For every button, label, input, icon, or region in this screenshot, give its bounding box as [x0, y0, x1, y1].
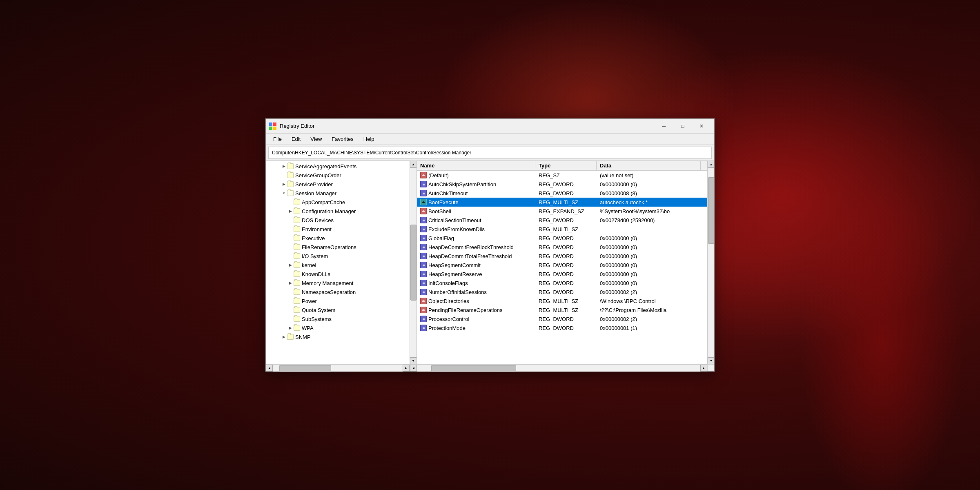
expand-sessionmanager[interactable]: ▾	[281, 190, 287, 196]
folder-icon-servicegrouporder	[287, 172, 294, 178]
tree-item-snmp[interactable]: ▶ SNMP	[266, 332, 416, 341]
data-table: Name Type Data ab (Default) REG_SZ (valu…	[417, 161, 707, 364]
tree-item-subsystems[interactable]: SubSystems	[266, 314, 416, 323]
table-row[interactable]: ⊞ ExcludeFromKnownDlls REG_MULTI_SZ	[417, 225, 707, 234]
tree-item-wpa[interactable]: ▶ WPA	[266, 323, 416, 332]
expand-kernel[interactable]: ▶	[287, 262, 294, 268]
table-row[interactable]: ⊞ GlobalFlag REG_DWORD 0x00000000 (0)	[417, 234, 707, 243]
table-row[interactable]: ab ObjectDirectories REG_MULTI_SZ \Windo…	[417, 296, 707, 305]
table-row[interactable]: ⊞ AutoChkSkipSystemPartition REG_DWORD 0…	[417, 180, 707, 189]
table-row[interactable]: ⊞ InitConsoleFlags REG_DWORD 0x00000000 …	[417, 278, 707, 287]
row-data-label	[597, 228, 707, 230]
expand-serviceaggregatedevents[interactable]: ▶	[281, 163, 287, 169]
expand-subsystems	[287, 316, 294, 322]
data-scroll-track	[708, 168, 714, 357]
tree-item-quotasystem[interactable]: Quota System	[266, 305, 416, 314]
menu-edit[interactable]: Edit	[287, 134, 305, 144]
data-hscroll-thumb[interactable]	[431, 365, 516, 371]
tree-scroll-thumb[interactable]	[410, 225, 416, 301]
row-type-icon: ⊞	[420, 280, 427, 286]
tree-scroll-up-button[interactable]: ▲	[410, 161, 417, 168]
tree-item-filerenameoperations[interactable]: FileRenameOperations	[266, 243, 416, 252]
tree-item-memorymanagement[interactable]: ▶ Memory Management	[266, 278, 416, 287]
row-type-label: REG_DWORD	[535, 189, 597, 197]
data-hscroll-left-button[interactable]: ◄	[410, 365, 417, 372]
address-bar[interactable]: Computer\HKEY_LOCAL_MACHINE\SYSTEM\Curre…	[268, 147, 712, 159]
tree-label-sessionmanager: Session Manager	[295, 190, 336, 196]
row-data-label: 0x00000008 (8)	[597, 189, 707, 197]
expand-memorymanagement[interactable]: ▶	[287, 280, 294, 286]
close-button[interactable]: ✕	[692, 120, 711, 133]
tree-item-knowndlls[interactable]: KnownDLLs	[266, 270, 416, 278]
expand-wpa[interactable]: ▶	[287, 325, 294, 331]
menu-help[interactable]: Help	[359, 134, 379, 144]
folder-icon-dosdevices	[294, 217, 300, 223]
tree-item-configurationmanager[interactable]: ▶ Configuration Manager	[266, 207, 416, 216]
tree-scroll-track	[410, 168, 417, 357]
data-scroll-down-button[interactable]: ▼	[708, 357, 714, 364]
tree-scroll-down-button[interactable]: ▼	[410, 357, 417, 364]
minimize-button[interactable]: ─	[655, 120, 673, 133]
row-name-label: BootExecute	[428, 199, 459, 205]
table-row[interactable]: ⊞ HeapDeCommitTotalFreeThreshold REG_DWO…	[417, 252, 707, 261]
table-row[interactable]: ⊞ ProtectionMode REG_DWORD 0x00000001 (1…	[417, 323, 707, 332]
tree-item-sessionmanager[interactable]: ▾ Session Manager	[266, 189, 416, 198]
table-row[interactable]: ⊞ ProcessorControl REG_DWORD 0x00000002 …	[417, 314, 707, 323]
row-type-label: REG_DWORD	[535, 261, 597, 269]
menu-view[interactable]: View	[306, 134, 326, 144]
table-row[interactable]: ab (Default) REG_SZ (value not set)	[417, 171, 707, 180]
row-type-icon: ⊞	[420, 253, 427, 259]
tree-hscroll-thumb[interactable]	[279, 365, 331, 371]
tree-hscroll-left-button[interactable]: ◄	[266, 365, 273, 372]
tree-item-iosystem[interactable]: I/O System	[266, 252, 416, 261]
data-horizontal-scrollbar[interactable]: ◄ ►	[410, 364, 707, 371]
row-name-label: HeapSegmentCommit	[428, 262, 481, 268]
table-row[interactable]: ab PendingFileRenameOperations REG_MULTI…	[417, 305, 707, 314]
table-row[interactable]: ⊞ NumberOfInitialSessions REG_DWORD 0x00…	[417, 287, 707, 296]
table-row[interactable]: ⊞ AutoChkTimeout REG_DWORD 0x00000008 (8…	[417, 189, 707, 198]
expand-appcompatcache	[287, 199, 294, 205]
menu-file[interactable]: File	[269, 134, 286, 144]
tree-label-subsystems: SubSystems	[302, 316, 332, 322]
tree-item-environment[interactable]: Environment	[266, 225, 416, 234]
tree-item-serviceaggregatedevents[interactable]: ▶ ServiceAggregatedEvents	[266, 162, 416, 171]
table-row[interactable]: ⊞ HeapDeCommitFreeBlockThreshold REG_DWO…	[417, 243, 707, 252]
row-type-icon: ⊞	[420, 235, 427, 241]
tree-item-servicegrouporder[interactable]: ServiceGroupOrder	[266, 171, 416, 180]
svg-rect-1	[273, 122, 276, 126]
tree-horizontal-scrollbar[interactable]: ◄ ►	[266, 364, 410, 371]
row-type-label: REG_MULTI_SZ	[535, 306, 597, 314]
table-row[interactable]: ⊞ HeapSegmentReserve REG_DWORD 0x0000000…	[417, 270, 707, 278]
row-type-icon: ⊞	[420, 217, 427, 223]
maximize-button[interactable]: □	[673, 120, 692, 133]
row-type-label: REG_DWORD	[535, 315, 597, 323]
expand-serviceprovider[interactable]: ▶	[281, 181, 287, 187]
tree-item-executive[interactable]: Executive	[266, 234, 416, 243]
expand-snmp[interactable]: ▶	[281, 334, 287, 340]
data-hscroll-right-button[interactable]: ►	[700, 365, 707, 372]
menu-favorites[interactable]: Favorites	[327, 134, 357, 144]
table-row[interactable]: ab BootExecute REG_MULTI_SZ autocheck au…	[417, 198, 707, 207]
table-row[interactable]: ab BootShell REG_EXPAND_SZ %SystemRoot%\…	[417, 207, 707, 216]
row-type-label: REG_DWORD	[535, 270, 597, 278]
tree-vertical-scrollbar[interactable]: ▲ ▼	[410, 161, 416, 364]
tree-hscroll-right-button[interactable]: ►	[403, 365, 410, 372]
tree-item-dosdevices[interactable]: DOS Devices	[266, 216, 416, 225]
tree-item-power[interactable]: Power	[266, 296, 416, 305]
header-name: Name	[417, 161, 535, 170]
table-row[interactable]: ⊞ HeapSegmentCommit REG_DWORD 0x00000000…	[417, 261, 707, 270]
app-icon	[269, 122, 276, 130]
data-scroll-thumb[interactable]	[708, 177, 714, 243]
tree-item-appcompatcache[interactable]: AppCompatCache	[266, 198, 416, 207]
data-scroll-up-button[interactable]: ▲	[708, 161, 714, 168]
folder-icon-memorymanagement	[294, 280, 300, 286]
tree-item-namespaceseparation[interactable]: NamespaceSeparation	[266, 287, 416, 296]
data-vertical-scrollbar[interactable]: ▲ ▼	[707, 161, 714, 364]
tree-item-serviceprovider[interactable]: ▶ ServiceProvider	[266, 180, 416, 189]
table-row[interactable]: ⊞ CriticalSectionTimeout REG_DWORD 0x002…	[417, 216, 707, 225]
tree-label-knowndlls: KnownDLLs	[302, 271, 330, 277]
row-type-icon: ab	[420, 199, 427, 205]
tree-item-kernel[interactable]: ▶ kernel	[266, 261, 416, 270]
expand-configurationmanager[interactable]: ▶	[287, 208, 294, 214]
row-type-icon: ab	[420, 172, 427, 178]
